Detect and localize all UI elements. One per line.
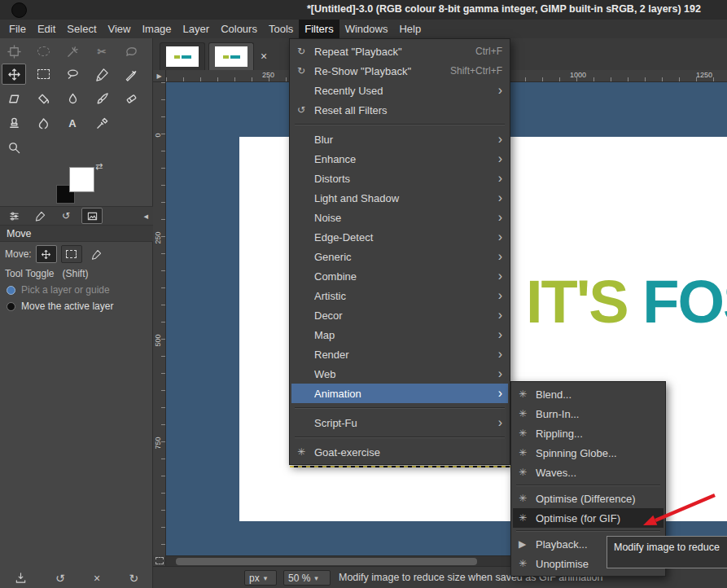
filters-item-repeat-playback[interactable]: ↻ Repeat "Playback" Ctrl+F	[291, 42, 508, 61]
reset-tool-options-button[interactable]: ↻	[129, 572, 139, 585]
magic-wand-icon	[66, 45, 80, 59]
filters-item-recently-used[interactable]: Recently Used ›	[291, 81, 508, 100]
filters-item-web[interactable]: Web ›	[291, 364, 508, 384]
unit-select[interactable]: px ▾	[244, 570, 277, 586]
move-selection-button[interactable]	[61, 245, 82, 263]
menu-layer[interactable]: Layer	[177, 20, 216, 38]
tool-colour-picker[interactable]	[90, 112, 114, 134]
tool-paintbrush[interactable]	[90, 88, 114, 109]
swap-colours-icon[interactable]: ⇄	[95, 161, 103, 172]
filters-item-decor[interactable]: Decor ›	[291, 305, 508, 325]
images-icon	[87, 211, 98, 222]
scrollbar-thumb[interactable]	[176, 558, 477, 565]
menu-item-label: Script-Fu	[314, 417, 490, 429]
menu-select[interactable]: Select	[61, 20, 102, 38]
tool-text[interactable]: A	[60, 112, 85, 134]
collapse-dock-icon[interactable]: ◂	[143, 211, 148, 222]
titlebar[interactable]: *[Untitled]-3.0 (RGB colour 8-bit gamma …	[0, 0, 727, 20]
menu-item-label: Noise	[314, 212, 490, 224]
animation-item-waves[interactable]: ✳ Waves...	[513, 463, 663, 482]
filters-item-animation[interactable]: Animation ›	[291, 384, 508, 403]
filters-item-reshow-playback[interactable]: ↻ Re-Show "Playback" Shift+Ctrl+F	[291, 61, 508, 81]
menu-tools[interactable]: Tools	[263, 20, 299, 38]
tool-alignment[interactable]	[2, 41, 26, 62]
filters-item-enhance[interactable]: Enhance ›	[291, 149, 508, 169]
path-icon	[91, 249, 102, 260]
filters-item-artistic[interactable]: Artistic ›	[291, 286, 508, 305]
animation-item-rippling[interactable]: ✳ Rippling...	[513, 423, 663, 443]
menu-filters[interactable]: Filters	[299, 20, 339, 38]
ruler-corner-menu[interactable]: ▶	[153, 70, 166, 82]
tool-foreground-select[interactable]	[119, 41, 143, 62]
image-tab-1[interactable]	[160, 42, 205, 70]
ruler-label: 0	[154, 124, 162, 147]
menu-windows[interactable]: Windows	[339, 20, 394, 38]
rectangle-select-icon	[37, 69, 50, 79]
filters-item-goat-exercise[interactable]: ✳ Goat-exercise	[291, 442, 508, 462]
filters-item-light-and-shadow[interactable]: Light and Shadow ›	[291, 188, 508, 208]
thumb-green-mark	[174, 55, 180, 59]
radio-icon	[7, 302, 15, 311]
dock-tab-device-status[interactable]	[29, 208, 50, 224]
tool-move[interactable]	[2, 64, 26, 85]
filters-item-noise[interactable]: Noise ›	[291, 208, 508, 227]
menu-item-label: Edge-Detect	[314, 231, 490, 244]
filters-item-reset-all-filters[interactable]: ↺ Reset all Filters	[291, 100, 508, 120]
filters-item-map[interactable]: Map ›	[291, 325, 508, 344]
animation-item-burn-in[interactable]: ✳ Burn-In...	[513, 404, 663, 423]
radio-move-active-layer[interactable]: Move the active layer	[7, 301, 113, 312]
tool-zoom[interactable]	[2, 137, 26, 158]
animation-item-blend[interactable]: ✳ Blend...	[513, 384, 663, 404]
tool-ink[interactable]	[60, 88, 85, 109]
menu-view[interactable]: View	[103, 20, 137, 38]
move-path-button[interactable]	[86, 245, 107, 263]
tool-ellipse-select[interactable]	[31, 41, 55, 62]
tool-toggle-row: Tool Toggle (Shift)	[5, 268, 89, 279]
radio-pick-layer-or-guide[interactable]: Pick a layer or guide	[7, 284, 110, 296]
menu-colours[interactable]: Colours	[215, 20, 263, 38]
tool-crop[interactable]	[119, 64, 143, 85]
toolbox-row-3: A	[2, 112, 114, 134]
tool-bucket-fill[interactable]	[31, 88, 55, 109]
menu-image[interactable]: Image	[136, 20, 177, 38]
vertical-ruler[interactable]: 0 250 500 750	[153, 82, 166, 555]
filters-item-edge-detect[interactable]: Edge-Detect ›	[291, 227, 508, 247]
dock-tab-images[interactable]	[81, 208, 103, 224]
filters-item-blur[interactable]: Blur ›	[291, 129, 508, 149]
tooltip: Modify image to reduce	[607, 536, 727, 568]
filters-item-generic[interactable]: Generic ›	[291, 247, 508, 266]
tool-rectangle-select[interactable]	[31, 64, 55, 85]
dock-tab-tool-options[interactable]	[3, 208, 24, 224]
image-tab-2-active[interactable]	[208, 42, 254, 70]
filters-item-distorts[interactable]: Distorts ›	[291, 169, 508, 188]
zoom-select[interactable]: 50 % ▾	[283, 570, 331, 586]
tool-eraser[interactable]	[119, 88, 143, 109]
tool-clone[interactable]	[2, 112, 26, 134]
filters-item-combine[interactable]: Combine ›	[291, 266, 508, 286]
foreground-colour-swatch[interactable]	[69, 167, 94, 192]
tool-fuzzy-select[interactable]	[60, 41, 85, 62]
tool-paths[interactable]	[90, 64, 114, 85]
filters-item-render[interactable]: Render ›	[291, 344, 508, 364]
ruler-label: 500	[154, 329, 162, 352]
menu-edit[interactable]: Edit	[32, 20, 61, 38]
restore-tool-options-button[interactable]: ↺	[55, 572, 65, 585]
tool-transform[interactable]	[2, 88, 26, 109]
gear-icon: ✳	[519, 389, 536, 399]
menu-file[interactable]: File	[3, 20, 32, 38]
quick-mask-toggle[interactable]	[153, 555, 166, 566]
menu-help[interactable]: Help	[393, 20, 427, 38]
dock-tab-undo-history[interactable]: ↺	[55, 208, 77, 224]
filters-item-script-fu[interactable]: Script-Fu ›	[291, 413, 508, 432]
animation-item-spinning-globe[interactable]: ✳ Spinning Globe...	[513, 443, 663, 463]
move-layer-button[interactable]	[36, 245, 57, 263]
tool-free-select[interactable]	[60, 64, 85, 85]
tool-scissors[interactable]: ✂	[90, 41, 114, 62]
delete-tool-options-button[interactable]: ×	[94, 572, 100, 585]
close-icon[interactable]: ×	[261, 50, 267, 62]
tool-smudge[interactable]	[31, 112, 55, 134]
menu-item-label: Goat-exercise	[314, 446, 502, 459]
save-tool-options-button[interactable]	[15, 572, 27, 584]
colour-picker-icon	[95, 116, 109, 130]
move-icon	[7, 68, 21, 81]
